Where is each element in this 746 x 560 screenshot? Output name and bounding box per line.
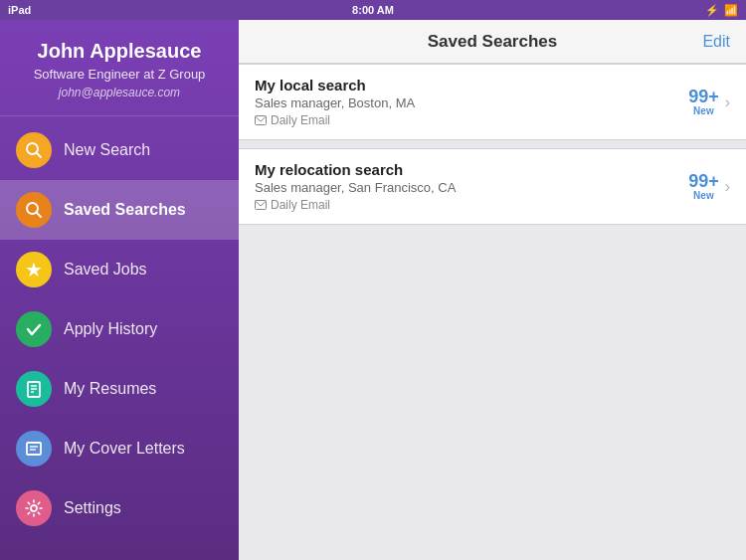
email-alert-label-1: Daily Email (271, 113, 330, 127)
search-item-1[interactable]: My local search Sales manager, Boston, M… (239, 64, 746, 140)
apply-history-icon (16, 311, 52, 347)
search-item-2[interactable]: My relocation search Sales manager, San … (239, 148, 746, 225)
time-label: 8:00 AM (352, 4, 394, 16)
search-item-right-1: 99+ New › (688, 88, 730, 116)
bluetooth-icon: ⚡ (705, 4, 719, 17)
user-title: Software Engineer at Z Group (16, 67, 223, 82)
search-item-right-2: 99+ New › (688, 172, 730, 201)
svg-rect-8 (27, 443, 41, 455)
search-criteria-2: Sales manager, San Francisco, CA (255, 180, 688, 195)
main-content: Saved Searches Edit My local search Sale… (239, 20, 746, 560)
chevron-icon-2: › (725, 178, 730, 196)
search-email-badge-1: Daily Email (255, 113, 688, 127)
svg-line-1 (37, 153, 42, 158)
new-search-icon (16, 132, 52, 168)
status-bar: iPad 8:00 AM ⚡ 📶 (0, 0, 746, 20)
search-info-2: My relocation search Sales manager, San … (255, 161, 688, 212)
settings-icon (16, 490, 52, 526)
my-resumes-icon (16, 371, 52, 407)
badge-container-2: 99+ New (688, 172, 719, 201)
search-name-1: My local search (255, 77, 688, 93)
email-icon-2 (255, 200, 267, 210)
nav-menu: New Search Saved Searches ★ Saved Jobs (0, 116, 239, 560)
new-search-label: New Search (64, 141, 150, 159)
sidebar-item-my-cover-letters[interactable]: My Cover Letters (0, 419, 239, 478)
saved-jobs-icon: ★ (16, 252, 52, 287)
sidebar-item-saved-jobs[interactable]: ★ Saved Jobs (0, 240, 239, 299)
status-icons: ⚡ 📶 (705, 4, 738, 17)
svg-point-11 (31, 505, 37, 511)
saved-jobs-label: Saved Jobs (64, 261, 147, 279)
sidebar-item-my-resumes[interactable]: My Resumes (0, 359, 239, 419)
count-badge-2: 99+ (688, 172, 719, 190)
my-resumes-label: My Resumes (64, 380, 156, 398)
sidebar-item-new-search[interactable]: New Search (0, 120, 239, 180)
count-badge-1: 99+ (688, 88, 719, 105)
search-list: My local search Sales manager, Boston, M… (239, 64, 746, 560)
search-info-1: My local search Sales manager, Boston, M… (255, 77, 688, 127)
main-header: Saved Searches Edit (239, 20, 746, 64)
my-cover-letters-label: My Cover Letters (64, 440, 185, 458)
search-email-badge-2: Daily Email (255, 198, 688, 212)
sidebar: John Applesauce Software Engineer at Z G… (0, 20, 239, 560)
new-label-1: New (688, 105, 719, 116)
email-icon-1 (255, 115, 267, 125)
sidebar-item-apply-history[interactable]: Apply History (0, 299, 239, 359)
apply-history-label: Apply History (64, 320, 157, 338)
app-container: John Applesauce Software Engineer at Z G… (0, 20, 746, 560)
chevron-icon-1: › (725, 93, 730, 111)
user-name: John Applesauce (16, 40, 223, 63)
saved-searches-label: Saved Searches (64, 201, 186, 219)
saved-searches-icon (16, 192, 52, 228)
carrier-label: iPad (8, 4, 31, 16)
edit-button[interactable]: Edit (702, 33, 730, 51)
badge-container-1: 99+ New (688, 88, 719, 116)
sidebar-item-settings[interactable]: Settings (0, 478, 239, 538)
user-email: john@applesauce.com (16, 86, 223, 99)
user-profile: John Applesauce Software Engineer at Z G… (0, 20, 239, 116)
settings-label: Settings (64, 499, 121, 517)
wifi-icon: 📶 (724, 4, 738, 17)
search-name-2: My relocation search (255, 161, 688, 178)
new-label-2: New (688, 190, 719, 201)
email-alert-label-2: Daily Email (271, 198, 330, 212)
sidebar-item-saved-searches[interactable]: Saved Searches (0, 180, 239, 240)
svg-line-3 (37, 213, 42, 218)
main-title: Saved Searches (428, 32, 557, 52)
search-criteria-1: Sales manager, Boston, MA (255, 95, 688, 110)
my-cover-letters-icon (16, 431, 52, 467)
